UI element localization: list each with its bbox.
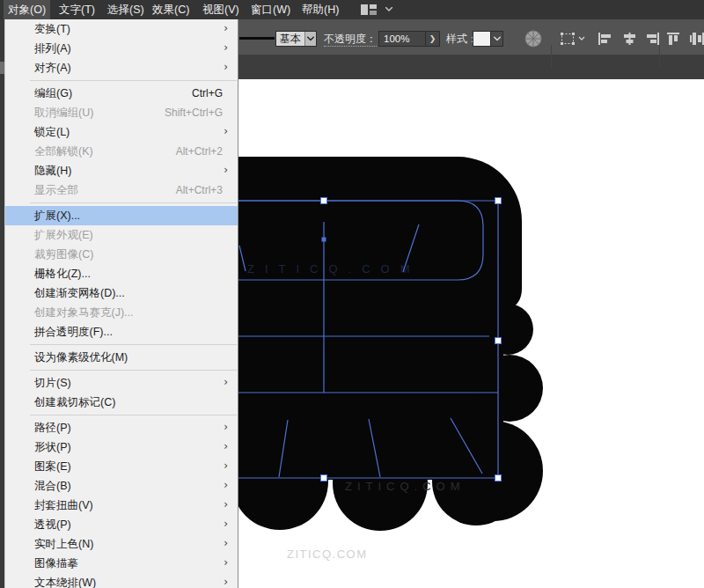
distribute-icon[interactable] — [690, 33, 704, 45]
opacity-label[interactable]: 不透明度： — [324, 33, 377, 45]
menubar-item[interactable]: 窗口(W) — [246, 0, 295, 19]
submenu-arrow-icon: › — [224, 476, 228, 495]
submenu-arrow-icon: › — [224, 373, 228, 392]
chevron-down-icon[interactable] — [304, 32, 316, 46]
stroke-style-select[interactable]: 基本 — [275, 31, 317, 47]
menu-item[interactable]: 排列(A)› — [5, 39, 238, 58]
menu-item[interactable]: 编组(G)Ctrl+G — [5, 84, 238, 103]
submenu-arrow-icon: › — [224, 418, 228, 437]
submenu-arrow-icon: › — [224, 58, 228, 77]
submenu-arrow-icon: › — [224, 39, 228, 57]
menu-item[interactable]: 形状(P)› — [5, 437, 238, 457]
submenu-arrow-icon: › — [224, 437, 228, 456]
menu-separator — [5, 367, 238, 373]
opacity-value[interactable]: 100% — [379, 32, 425, 46]
align-top-icon[interactable] — [667, 33, 680, 45]
menu-item[interactable]: 取消编组(U)Shift+Ctrl+G — [5, 103, 238, 122]
illustrator-window: ZITICQ.COM ZITICQ.COM ZITICQ.COM 基本 不透明度… — [0, 0, 704, 588]
menu-item[interactable]: 路径(P)› — [5, 418, 238, 437]
menubar-item[interactable]: 帮助(H) — [297, 0, 343, 19]
menu-item[interactable]: 锁定(L)› — [5, 122, 238, 142]
menubar-item[interactable]: 视图(V) — [198, 0, 244, 19]
watermark: ZITICQ.COM — [287, 548, 368, 561]
toolbar-separator — [659, 45, 660, 68]
chevron-down-icon[interactable] — [490, 32, 502, 46]
menu-item[interactable]: 设为像素级优化(M) — [5, 348, 238, 367]
chevron-down-icon[interactable] — [385, 7, 392, 11]
menu-separator — [5, 77, 238, 84]
style-swatch-select[interactable] — [473, 31, 503, 47]
style-swatch[interactable] — [473, 32, 490, 46]
submenu-arrow-icon: › — [224, 554, 228, 572]
menu-item[interactable]: 裁剪图像(C) — [5, 245, 238, 264]
toolbar-separator — [551, 45, 552, 68]
menu-item[interactable]: 栅格化(Z)... — [5, 264, 238, 283]
menu-item[interactable]: 实时上色(N)› — [5, 534, 238, 554]
menu-item[interactable]: 混合(B)› — [5, 476, 238, 496]
submenu-arrow-icon: › — [224, 19, 228, 38]
menubar-item[interactable]: 选择(S) — [103, 0, 149, 19]
menu-item[interactable]: 图像描摹› — [5, 554, 238, 573]
opacity-expander[interactable]: ❯ — [425, 32, 439, 46]
menu-item[interactable]: 显示全部Alt+Ctrl+3 — [5, 180, 238, 200]
object-menu: 变换(T)›排列(A)›对齐(A)›编组(G)Ctrl+G取消编组(U)Shif… — [4, 19, 238, 588]
menu-item[interactable]: 文本绕排(W)› — [5, 573, 238, 588]
submenu-arrow-icon: › — [224, 457, 228, 475]
black-shape — [220, 157, 543, 531]
menu-item[interactable]: 切片(S)› — [5, 373, 238, 393]
workspace-switcher-icon[interactable] — [361, 4, 378, 15]
stroke-preview — [239, 37, 275, 40]
menu-item[interactable]: 扩展外观(E) — [5, 225, 238, 245]
menu-item[interactable]: 隐藏(H)› — [5, 161, 238, 180]
menu-item[interactable]: 全部解锁(K)Alt+Ctrl+2 — [5, 142, 238, 161]
submenu-arrow-icon: › — [224, 515, 228, 533]
menu-separator — [5, 342, 238, 348]
menu-item[interactable]: 创建对象马赛克(J)... — [5, 303, 238, 322]
watermark-remnant: ZITICQ.COM — [247, 262, 421, 276]
menu-item[interactable]: 透视(P)› — [5, 515, 238, 534]
bounding-box-icon[interactable] — [560, 32, 586, 46]
selected-anchor — [322, 238, 326, 242]
menu-item[interactable]: 变换(T)› — [5, 19, 238, 39]
menu-separator — [5, 200, 238, 206]
align-left-icon[interactable] — [598, 33, 612, 45]
menubar: 对象(O)文字(T)选择(S)效果(C)视图(V)窗口(W)帮助(H) — [0, 0, 704, 19]
menu-separator — [5, 412, 238, 418]
menubar-item[interactable]: 对象(O) — [4, 0, 50, 19]
menu-item[interactable]: 对齐(A)› — [5, 58, 238, 77]
menu-item[interactable]: 拼合透明度(F)... — [5, 322, 238, 342]
menu-item[interactable]: 图案(E)› — [5, 457, 238, 476]
menubar-item[interactable]: 效果(C) — [148, 0, 194, 19]
stroke-style-value: 基本 — [276, 32, 304, 46]
menu-item[interactable]: 创建渐变网格(D)... — [5, 283, 238, 303]
submenu-arrow-icon: › — [224, 496, 228, 514]
menubar-item[interactable]: 文字(T) — [55, 0, 99, 19]
align-right-icon[interactable] — [646, 33, 659, 45]
submenu-arrow-icon: › — [224, 161, 228, 180]
globe-icon[interactable] — [524, 29, 543, 48]
submenu-arrow-icon: › — [224, 573, 228, 588]
opacity-field[interactable]: 100% ❯ — [378, 31, 440, 47]
menu-item[interactable]: 创建裁切标记(C) — [5, 393, 238, 412]
watermark-remnant: ZITICQ.COM — [345, 480, 466, 493]
submenu-arrow-icon: › — [224, 534, 228, 553]
submenu-arrow-icon: › — [224, 122, 228, 141]
align-center-h-icon[interactable] — [623, 33, 636, 45]
menu-item[interactable]: 封套扭曲(V)› — [5, 496, 238, 515]
menu-item[interactable]: 扩展(X)... — [5, 206, 238, 225]
